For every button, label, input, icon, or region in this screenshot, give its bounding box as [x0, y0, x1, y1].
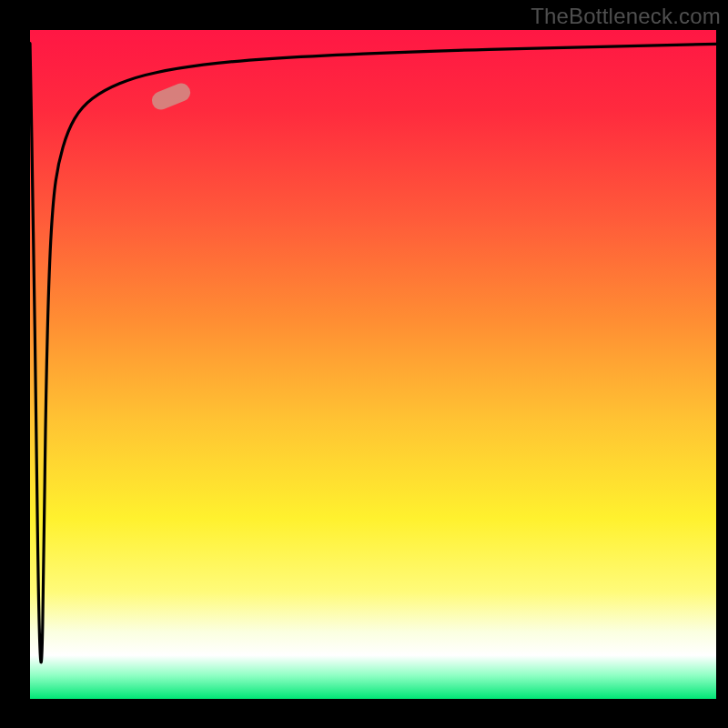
chart-stage: TheBottleneck.com — [0, 0, 728, 728]
plot-area — [30, 30, 716, 699]
bottleneck-curve — [30, 44, 716, 662]
curve-layer — [30, 30, 716, 699]
watermark-text: TheBottleneck.com — [531, 4, 721, 29]
